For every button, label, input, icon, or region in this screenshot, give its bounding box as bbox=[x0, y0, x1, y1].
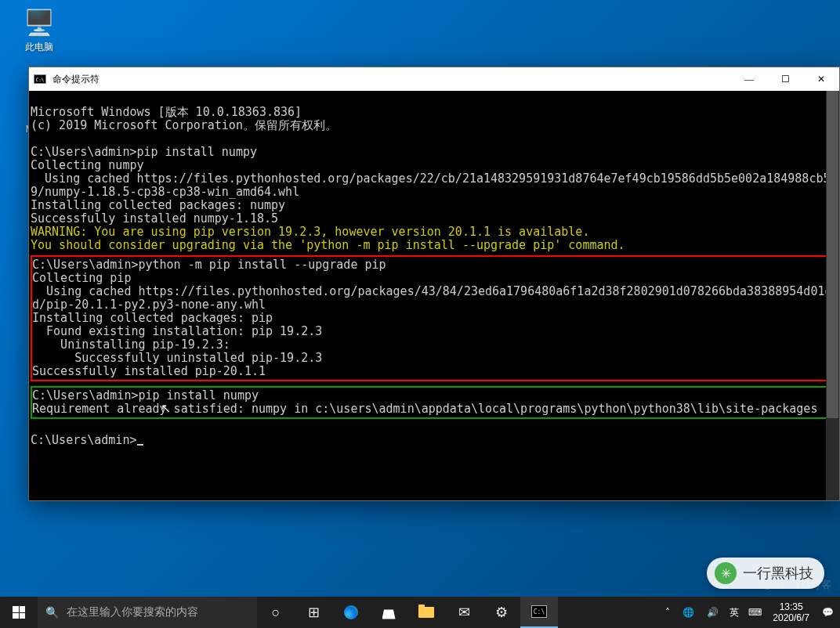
task-store[interactable] bbox=[370, 597, 407, 628]
terminal-body[interactable]: Microsoft Windows [版本 10.0.18363.836] (c… bbox=[29, 91, 839, 500]
mouse-pointer-icon: ↖ bbox=[161, 401, 171, 416]
tray-clock[interactable]: 13:35 2020/6/7 bbox=[766, 597, 816, 628]
term-line: Collecting numpy bbox=[31, 158, 144, 172]
taskbar-search[interactable]: 🔍 在这里输入你要搜索的内容 bbox=[38, 597, 257, 628]
task-edge[interactable] bbox=[332, 597, 370, 628]
term-line: Successfully installed numpy-1.18.5 bbox=[31, 211, 278, 226]
term-line: Using cached https://files.pythonhosted.… bbox=[31, 171, 839, 186]
task-explorer[interactable] bbox=[407, 597, 445, 628]
start-button[interactable] bbox=[0, 597, 38, 628]
task-cmd[interactable]: C:\ bbox=[520, 597, 558, 628]
tray-ime-icon[interactable]: ⌨ bbox=[744, 597, 766, 628]
term-cmd: pip install numpy bbox=[136, 145, 257, 159]
task-mail[interactable]: ✉ bbox=[445, 597, 483, 628]
term-line: d/pip-20.1.1-py2.py3-none-any.whl bbox=[32, 298, 266, 312]
term-cmd: pip install numpy bbox=[138, 388, 259, 402]
term-line: Installing collected packages: numpy bbox=[31, 198, 285, 212]
tray-notifications-icon[interactable]: 💬 bbox=[816, 597, 840, 628]
folder-icon bbox=[418, 607, 434, 618]
task-view[interactable]: ⊞ bbox=[295, 597, 332, 628]
titlebar[interactable]: C:\ 命令提示符 — ☐ ✕ bbox=[29, 67, 839, 91]
edge-icon bbox=[344, 605, 358, 619]
term-line: Uninstalling pip-19.2.3: bbox=[32, 337, 230, 352]
tray-ime-lang[interactable]: 英 bbox=[725, 597, 744, 628]
scrollbar-thumb[interactable] bbox=[827, 91, 838, 418]
cmd-title-icon: C:\ bbox=[34, 74, 46, 84]
highlight-red-box: C:\Users\admin>python -m pip install --u… bbox=[31, 255, 839, 381]
tray-time: 13:35 bbox=[780, 601, 803, 612]
term-line: Installing collected packages: pip bbox=[32, 311, 273, 325]
cmd-window: C:\ 命令提示符 — ☐ ✕ Microsoft Windows [版本 10… bbox=[28, 67, 840, 501]
search-icon: 🔍 bbox=[45, 606, 59, 619]
tray-volume-icon[interactable]: 🔊 bbox=[701, 597, 725, 628]
term-line: Requirement already satisfied: numpy in … bbox=[32, 402, 839, 416]
highlight-green-box: C:\Users\admin>pip install numpy Require… bbox=[31, 386, 839, 419]
term-line: Using cached https://files.pythonhosted.… bbox=[32, 284, 839, 298]
window-title: 命令提示符 bbox=[52, 73, 100, 86]
close-button[interactable]: ✕ bbox=[803, 67, 839, 91]
term-warning: You should consider upgrading via the 'p… bbox=[31, 238, 625, 252]
minimize-button[interactable]: — bbox=[731, 67, 767, 91]
tray-network-icon[interactable]: 🌐 bbox=[676, 597, 701, 628]
term-line: 9/numpy-1.18.5-cp38-cp38-win_amd64.whl bbox=[31, 185, 299, 199]
maximize-button[interactable]: ☐ bbox=[767, 67, 803, 91]
term-line: Found existing installation: pip 19.2.3 bbox=[32, 324, 322, 338]
system-tray: ˄ 🌐 🔊 英 ⌨ 13:35 2020/6/7 💬 bbox=[659, 597, 840, 628]
prompt: C:\Users\admin> bbox=[32, 388, 138, 402]
tray-date: 2020/6/7 bbox=[773, 612, 809, 623]
scrollbar[interactable] bbox=[826, 91, 839, 500]
prompt: C:\Users\admin> bbox=[31, 145, 136, 159]
term-line: Successfully uninstalled pip-19.2.3 bbox=[32, 351, 322, 365]
this-pc-label: 此电脑 bbox=[25, 42, 53, 52]
prompt: C:\Users\admin> bbox=[31, 433, 136, 447]
cmd-task-icon: C:\ bbox=[531, 605, 547, 618]
term-line: Collecting pip bbox=[32, 271, 131, 285]
task-icons: ○ ⊞ ✉ ⚙ C:\ bbox=[257, 597, 558, 628]
term-line: Microsoft Windows [版本 10.0.18363.836] bbox=[31, 105, 302, 119]
search-placeholder: 在这里输入你要搜索的内容 bbox=[67, 605, 198, 619]
term-line: (c) 2019 Microsoft Corporation。保留所有权利。 bbox=[31, 118, 337, 132]
store-icon bbox=[382, 606, 396, 619]
desktop-icon-this-pc[interactable]: 🖥️ 此电脑 bbox=[11, 8, 67, 54]
tray-chevron[interactable]: ˄ bbox=[659, 597, 676, 628]
windows-logo-icon bbox=[13, 606, 25, 619]
task-cortana[interactable]: ○ bbox=[257, 597, 295, 628]
taskbar: 🔍 在这里输入你要搜索的内容 ○ ⊞ ✉ ⚙ C:\ ˄ 🌐 🔊 英 ⌨ 13:… bbox=[0, 597, 840, 628]
wechat-icon: ✳ bbox=[715, 562, 737, 584]
cursor bbox=[137, 444, 143, 446]
term-line: Successfully installed pip-20.1.1 bbox=[32, 364, 266, 378]
task-settings[interactable]: ⚙ bbox=[483, 597, 520, 628]
watermark-text: @51CTO博客 bbox=[762, 578, 832, 592]
prompt: C:\Users\admin> bbox=[32, 258, 138, 272]
this-pc-icon: 🖥️ bbox=[11, 8, 67, 38]
term-warning: WARNING: You are using pip version 19.2.… bbox=[31, 225, 589, 239]
term-cmd: python -m pip install --upgrade pip bbox=[138, 258, 386, 272]
